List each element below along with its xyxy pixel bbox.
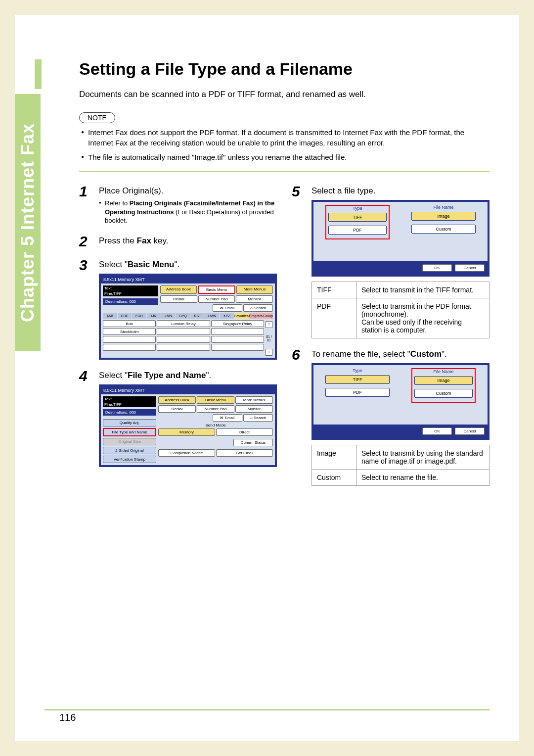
accent-bar [35, 59, 42, 89]
ok-button[interactable]: OK [422, 427, 452, 435]
screen-button-email[interactable]: ✉ Email [213, 414, 242, 422]
screen-title: 8.5x11 Memory XMT [103, 277, 145, 282]
chapter-side-label: Chapter 5 Internet Fax [17, 123, 38, 322]
type-label: Type [325, 368, 390, 373]
screen-button-direct[interactable]: Direct [216, 428, 273, 436]
page-title: Setting a File Type and a Filename [79, 59, 490, 79]
step-text: Select "File Type and Name". [99, 371, 277, 380]
table-cell: Image [312, 445, 356, 470]
step-text: Select "Basic Menu". [99, 260, 277, 270]
screen-button-file-type-and-name[interactable]: File Type and Name [103, 428, 156, 436]
screen-button-search[interactable]: ⌕ Search [243, 414, 273, 422]
ok-button[interactable]: OK [422, 264, 452, 272]
option-tiff[interactable]: TIFF [325, 375, 390, 384]
screen-button-more-menus[interactable]: More Menus [235, 396, 273, 404]
screen-button-2sided[interactable]: 2-Sided Original [103, 447, 156, 454]
scroll-up-icon[interactable]: ↑ [266, 321, 272, 328]
scroll-index: 01 / 01 [265, 335, 273, 342]
type-label: Type [328, 206, 387, 211]
note-list: Internet Fax does not support the PDF fo… [79, 127, 490, 162]
option-custom[interactable]: Custom [411, 225, 476, 234]
screen-button-verification-stamp[interactable]: Verification Stamp [103, 456, 156, 463]
screen-button-basic-menu[interactable]: Basic Menu [198, 285, 235, 294]
screen-button-comm-status[interactable]: Comm. Status [233, 439, 273, 446]
screen-button-address-book[interactable]: Address Book [158, 396, 196, 404]
table-cell: Select to rename the file. [356, 470, 490, 486]
scroll-down-icon[interactable]: ↓ [266, 349, 272, 356]
contact-button[interactable] [157, 328, 210, 335]
screen-button-monitor[interactable]: Monitor [235, 405, 273, 413]
note-item: Internet Fax does not support the PDF fo… [81, 127, 490, 148]
step-5: 5 Select a file type. Type TIFF PDF [292, 184, 490, 338]
step-number: 4 [79, 369, 92, 467]
screen-button-original-size: Original Size [103, 438, 156, 445]
table-cell: PDF [312, 298, 356, 338]
option-tiff[interactable]: TIFF [328, 213, 387, 222]
intro-text: Documents can be scanned into a PDF or T… [79, 90, 490, 99]
step-3: 3 Select "Basic Menu". 8.5x11 Memory XMT [79, 258, 277, 360]
note-badge: NOTE [79, 112, 115, 123]
step-subtext: Refer to Placing Originals (Facsimile/In… [99, 199, 277, 225]
contact-button[interactable] [211, 328, 264, 335]
file-type-table: TIFFSelect to transmit in the TIFF forma… [312, 282, 490, 338]
step-number: 2 [79, 234, 92, 249]
step-number: 5 [292, 184, 305, 338]
table-cell: Custom [312, 470, 356, 486]
file-name-screen: Type TIFF PDF File Name Image Custom [312, 363, 490, 440]
option-image[interactable]: Image [414, 376, 473, 385]
page-number: 116 [59, 712, 76, 723]
table-cell: TIFF [312, 282, 356, 298]
screen-button-more-menus[interactable]: More Menus [236, 285, 273, 294]
step-2: 2 Press the Fax key. [79, 234, 277, 249]
table-cell: Select to transmit in the TIFF format. [356, 282, 490, 298]
screen-button-redial[interactable]: Redial [158, 405, 196, 413]
chapter-side-tab: Chapter 5 Internet Fax [15, 94, 41, 351]
filename-label: File Name [414, 369, 473, 374]
mode-line: Fine,TIFF [103, 291, 158, 296]
step-text: Place Original(s). [99, 186, 277, 196]
step-text: To rename the file, select "Custom". [312, 349, 490, 359]
cancel-button[interactable]: Cancel [455, 264, 485, 272]
screen-button-get-email[interactable]: Get Email [216, 449, 273, 457]
contact-button[interactable]: Bob [103, 320, 156, 327]
cancel-button[interactable]: Cancel [455, 427, 485, 435]
table-cell: Select to transmit in the PDF format (mo… [356, 298, 490, 338]
screen-button-address-book[interactable]: Address Book [160, 285, 197, 294]
screen-button-quality-adj[interactable]: Quality Adj. [103, 419, 156, 426]
step-number: 6 [292, 347, 305, 486]
alpha-tabs[interactable]: $ABCDEFGHIJKLMNOPQRSTUVWXYZFavoritesProg… [103, 313, 273, 319]
contact-button[interactable]: Stockholm [103, 328, 156, 335]
option-pdf[interactable]: PDF [325, 388, 390, 397]
file-type-screen: Type TIFF PDF File Name Image Custom [312, 200, 490, 277]
screen-button-number-pad[interactable]: Number Pad [197, 405, 234, 413]
destinations-bar: Destinations: 000 [103, 409, 156, 416]
file-name-table: ImageSelect to transmit by using the sta… [312, 445, 490, 486]
screen-button-completion-notice[interactable]: Completion Notice [158, 449, 215, 457]
contact-button[interactable]: London Relay [157, 320, 210, 327]
screen-button-memory[interactable]: Memory [158, 428, 215, 436]
screen-button-search[interactable]: ⌕ Search [243, 304, 273, 312]
screen-button-basic-menu[interactable]: Basic Menu [197, 396, 234, 404]
table-cell: Select to transmit by using the standard… [356, 445, 490, 470]
option-image[interactable]: Image [411, 212, 476, 221]
filename-label: File Name [411, 205, 476, 210]
option-custom[interactable]: Custom [414, 389, 473, 398]
section-divider [79, 171, 490, 172]
screen-button-monitor[interactable]: Monitor [236, 295, 273, 303]
footer-rule [44, 709, 490, 710]
step-number: 1 [79, 184, 92, 225]
destinations-bar: Destinations: 000 [103, 298, 158, 305]
step-4: 4 Select "File Type and Name". 8.5x11 Me… [79, 369, 277, 467]
option-pdf[interactable]: PDF [328, 226, 387, 235]
screen-title: 8.5x11 Memory XMT [103, 388, 145, 393]
step-1: 1 Place Original(s). Refer to Placing Or… [79, 184, 277, 225]
fax-screen-file-type-name: 8.5x11 Memory XMT Text Fine,TIFF Destina… [99, 384, 277, 467]
screen-button-email[interactable]: ✉ Email [213, 304, 242, 312]
screen-button-number-pad[interactable]: Number Pad [198, 295, 235, 303]
contact-button[interactable]: Singapore Relay [211, 320, 264, 327]
step-6: 6 To rename the file, select "Custom". T… [292, 347, 490, 486]
step-text: Select a file type. [312, 186, 490, 196]
screen-button-redial[interactable]: Redial [160, 295, 197, 303]
mode-line: Text [103, 285, 158, 291]
fax-screen-basic-menu: 8.5x11 Memory XMT Text Fine,TIFF Destina… [99, 274, 277, 360]
